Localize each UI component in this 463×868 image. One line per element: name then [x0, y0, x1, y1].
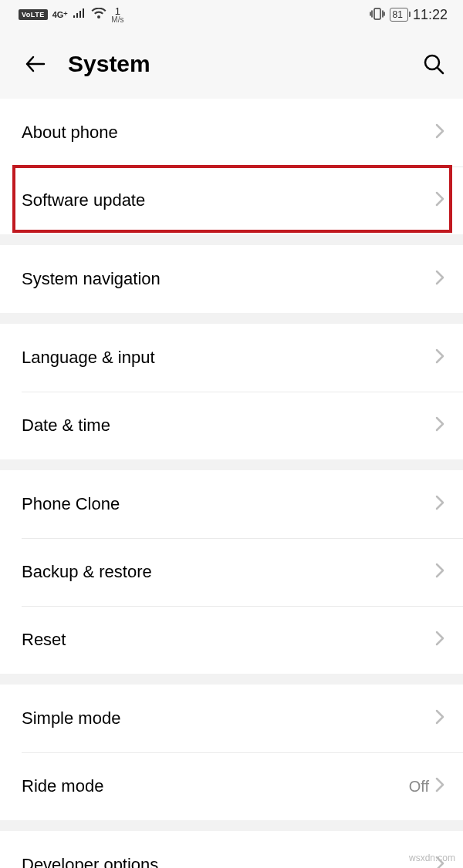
settings-group: Simple mode Ride mode Off [0, 685, 463, 820]
row-label: System navigation [22, 269, 435, 289]
row-phone-clone[interactable]: Phone Clone [0, 470, 463, 538]
row-reset[interactable]: Reset [0, 606, 463, 674]
row-backup-restore[interactable]: Backup & restore [0, 538, 463, 606]
back-arrow-icon [24, 52, 47, 76]
row-label: Language & input [22, 348, 435, 368]
network-speed: 1 M/s [111, 6, 123, 24]
row-software-update[interactable]: Software update [0, 167, 463, 234]
row-label: Phone Clone [22, 494, 435, 514]
chevron-right-icon [435, 123, 444, 142]
chevron-right-icon [435, 563, 444, 581]
chevron-right-icon [435, 631, 444, 649]
status-right: 81 11:22 [370, 7, 448, 23]
row-label: About phone [22, 123, 435, 143]
watermark: wsxdn.com [409, 853, 455, 863]
row-developer-options[interactable]: Developer options [0, 831, 463, 868]
chevron-right-icon [435, 270, 444, 288]
row-system-navigation[interactable]: System navigation [0, 245, 463, 313]
network-gen: 4G⁺ [52, 10, 69, 20]
row-label: Software update [22, 190, 435, 210]
settings-group: System navigation [0, 245, 463, 313]
svg-rect-0 [374, 8, 380, 19]
row-label: Simple mode [22, 708, 435, 728]
row-ride-mode[interactable]: Ride mode Off [0, 752, 463, 820]
volte-badge: VoLTE [19, 9, 48, 20]
row-label: Ride mode [22, 776, 409, 796]
chevron-right-icon [435, 495, 444, 513]
signal-icon [73, 8, 86, 22]
page-title: System [68, 51, 401, 77]
chevron-right-icon [435, 416, 444, 435]
row-language-input[interactable]: Language & input [0, 324, 463, 392]
header: System [0, 29, 463, 99]
status-bar: VoLTE 4G⁺ 1 M/s 81 11:22 [0, 0, 463, 29]
row-simple-mode[interactable]: Simple mode [0, 685, 463, 752]
vibrate-icon [370, 7, 385, 23]
settings-group: About phone Software update [0, 99, 463, 234]
settings-group: Phone Clone Backup & restore Reset [0, 470, 463, 674]
back-button[interactable] [22, 50, 49, 78]
search-button[interactable] [420, 50, 448, 78]
chevron-right-icon [435, 709, 444, 728]
row-value: Off [409, 778, 429, 796]
chevron-right-icon [435, 191, 444, 210]
row-label: Developer options [22, 855, 435, 868]
chevron-right-icon [435, 348, 444, 367]
row-date-time[interactable]: Date & time [0, 392, 463, 459]
row-about-phone[interactable]: About phone [0, 99, 463, 167]
search-icon [422, 52, 445, 76]
clock: 11:22 [413, 7, 448, 23]
wifi-icon [91, 8, 106, 22]
row-label: Reset [22, 630, 435, 650]
row-label: Date & time [22, 415, 435, 436]
row-label: Backup & restore [22, 562, 435, 582]
chevron-right-icon [435, 777, 444, 796]
settings-group: Developer options User experience improv… [0, 831, 463, 868]
settings-group: Language & input Date & time [0, 324, 463, 459]
battery-indicator: 81 [390, 8, 408, 22]
status-left: VoLTE 4G⁺ 1 M/s [19, 6, 123, 24]
